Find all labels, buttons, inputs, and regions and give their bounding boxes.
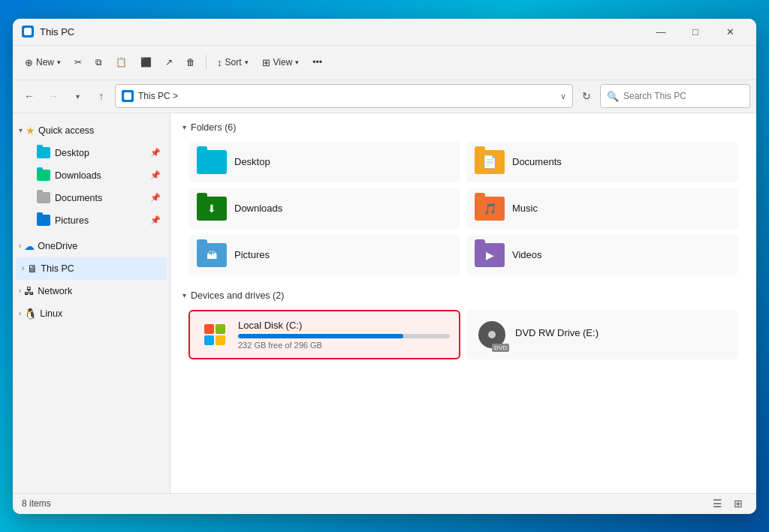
share-icon: ↗: [165, 57, 173, 68]
quick-access-star: ★: [26, 125, 35, 137]
back-button[interactable]: ←: [19, 86, 40, 107]
minimize-button[interactable]: —: [644, 19, 678, 46]
drive-tile-e[interactable]: DVD DVD RW Drive (E:): [466, 310, 738, 359]
rename-button[interactable]: ⬛: [134, 50, 158, 74]
toolbar-separator: [206, 55, 207, 70]
pictures-tile-label: Pictures: [234, 249, 270, 260]
main-content: ▾ Folders (6) Desktop: [170, 113, 756, 493]
sidebar-item-pictures[interactable]: Pictures 📌: [16, 209, 167, 232]
network-label: Network: [38, 286, 72, 296]
this-pc-chevron: ›: [22, 264, 24, 272]
this-pc-label: This PC: [41, 263, 74, 274]
address-bar[interactable]: This PC > ∨: [115, 84, 573, 108]
folder-tile-pictures[interactable]: 🏔 Pictures: [188, 235, 460, 275]
paste-icon: 📋: [116, 57, 127, 68]
onedrive-icon: ☁: [24, 240, 35, 252]
item-count: 8 items: [22, 498, 51, 509]
desktop-tile-label: Desktop: [234, 156, 270, 167]
documents-pin-icon: 📌: [150, 193, 161, 203]
dropdown-button[interactable]: ▾: [67, 86, 88, 107]
more-icon: •••: [312, 57, 322, 68]
search-bar[interactable]: 🔍: [600, 84, 750, 108]
dvd-drive-name: DVD RW Drive (E:): [515, 327, 728, 338]
sort-chevron: ▾: [245, 59, 249, 66]
local-disk-fill: [238, 334, 403, 338]
folders-section-header[interactable]: ▾ Folders (6): [182, 122, 744, 133]
linux-header[interactable]: › 🐧 Linux: [13, 302, 170, 325]
refresh-button[interactable]: ↻: [576, 86, 597, 107]
folder-tile-desktop[interactable]: Desktop: [188, 142, 460, 182]
close-button[interactable]: ✕: [713, 19, 747, 46]
downloads-folder-icon: [37, 170, 50, 181]
videos-tile-label: Videos: [512, 249, 542, 260]
sidebar-item-desktop[interactable]: Desktop 📌: [16, 142, 167, 164]
list-view-button[interactable]: ☰: [708, 494, 726, 512]
rename-icon: ⬛: [140, 57, 152, 68]
sidebar-documents-label: Documents: [55, 193, 102, 203]
delete-icon: 🗑: [186, 57, 195, 68]
sidebar-item-documents[interactable]: Documents 📌: [16, 187, 167, 209]
network-icon: 🖧: [24, 285, 35, 297]
grid-view-button[interactable]: ⊞: [729, 494, 747, 512]
up-button[interactable]: ↑: [91, 86, 112, 107]
devices-section-label: Devices and drives (2): [191, 290, 284, 301]
devices-section-header[interactable]: ▾ Devices and drives (2): [182, 290, 744, 301]
videos-tile-icon: ▶: [475, 242, 505, 269]
search-input[interactable]: [623, 91, 743, 101]
window-controls: — □ ✕: [644, 19, 747, 46]
new-icon: ⊕: [25, 57, 33, 68]
sort-button[interactable]: ↕ Sort ▾: [211, 50, 255, 74]
more-button[interactable]: •••: [306, 50, 328, 74]
this-pc-icon: 🖥: [27, 263, 38, 275]
linux-chevron: ›: [19, 309, 21, 317]
local-disk-info: Local Disk (C:) 232 GB free of 296 GB: [238, 320, 450, 350]
dvd-label-badge: DVD: [492, 344, 509, 352]
this-pc-header[interactable]: › 🖥 This PC: [16, 257, 167, 280]
downloads-tile-label: Downloads: [234, 203, 282, 214]
sort-icon: ↕: [217, 57, 222, 68]
network-header[interactable]: › 🖧 Network: [13, 280, 170, 302]
dvd-drive-icon: DVD: [476, 319, 508, 350]
cut-button[interactable]: ✂: [68, 50, 88, 74]
share-button[interactable]: ↗: [159, 50, 179, 74]
folder-tile-music[interactable]: 🎵 Music: [466, 188, 738, 229]
sidebar-desktop-label: Desktop: [55, 148, 89, 158]
sidebar-item-downloads[interactable]: Downloads 📌: [16, 164, 167, 187]
devices-grid: Local Disk (C:) 232 GB free of 296 GB DV…: [182, 310, 744, 359]
forward-button[interactable]: →: [43, 86, 64, 107]
view-icon: ⊞: [262, 57, 270, 68]
onedrive-header[interactable]: › ☁ OneDrive: [13, 235, 170, 257]
desktop-tile-icon: [197, 149, 227, 176]
folder-tile-downloads[interactable]: ⬇ Downloads: [188, 188, 460, 229]
maximize-button[interactable]: □: [678, 19, 713, 46]
sidebar: ▾ ★ Quick access Desktop 📌 Downloads 📌 D…: [13, 113, 170, 493]
local-disk-name: Local Disk (C:): [238, 320, 450, 331]
linux-label: Linux: [40, 308, 62, 319]
onedrive-chevron: ›: [19, 242, 21, 250]
local-disk-bar: [238, 334, 450, 338]
new-label: New: [36, 57, 54, 68]
desktop-pin-icon: 📌: [150, 148, 161, 158]
pictures-pin-icon: 📌: [150, 215, 161, 225]
title-bar: This PC — □ ✕: [13, 19, 756, 46]
network-chevron: ›: [19, 287, 21, 295]
pictures-tile-icon: 🏔: [197, 242, 227, 269]
folder-tile-videos[interactable]: ▶ Videos: [466, 235, 738, 275]
quick-access-header[interactable]: ▾ ★ Quick access: [13, 119, 170, 142]
copy-button[interactable]: ⧉: [89, 50, 108, 74]
drive-tile-c[interactable]: Local Disk (C:) 232 GB free of 296 GB: [188, 310, 460, 359]
view-button[interactable]: ⊞ View ▾: [256, 50, 306, 74]
sidebar-pictures-label: Pictures: [55, 215, 89, 226]
quick-access-chevron: ▾: [19, 126, 23, 134]
folders-section-label: Folders (6): [191, 122, 236, 133]
copy-icon: ⧉: [95, 57, 102, 68]
file-explorer-window: This PC — □ ✕ ⊕ New ▾ ✂ ⧉ 📋 ⬛ ↗ 🗑: [13, 19, 756, 514]
windows-drive-icon: [199, 319, 231, 350]
documents-folder-icon: [37, 192, 50, 203]
folder-tile-documents[interactable]: 📄 Documents: [466, 142, 738, 182]
new-button[interactable]: ⊕ New ▾: [19, 50, 67, 74]
cut-icon: ✂: [74, 57, 82, 68]
delete-button[interactable]: 🗑: [180, 50, 201, 74]
linux-icon: 🐧: [24, 308, 37, 320]
paste-button[interactable]: 📋: [110, 50, 133, 74]
